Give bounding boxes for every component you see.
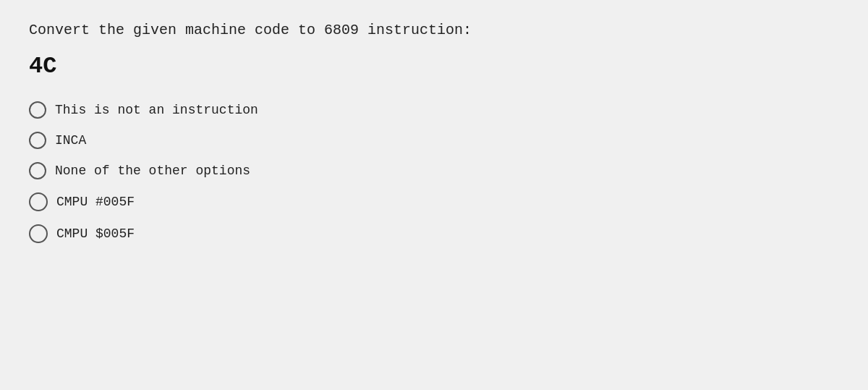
option-3[interactable]: None of the other options xyxy=(29,162,839,179)
option-5[interactable]: CMPU $005F xyxy=(29,224,839,243)
option-1[interactable]: This is not an instruction xyxy=(29,101,839,119)
radio-option-5[interactable] xyxy=(29,224,48,243)
option-2-label: INCA xyxy=(55,133,86,148)
radio-option-4[interactable] xyxy=(29,192,48,211)
option-4-label: CMPU #005F xyxy=(56,195,135,209)
machine-code-value: 4C xyxy=(29,53,839,80)
question-container: Convert the given machine code to 6809 i… xyxy=(29,22,839,243)
option-2[interactable]: INCA xyxy=(29,132,839,149)
option-5-label: CMPU $005F xyxy=(56,226,135,241)
options-list: This is not an instruction INCA None of … xyxy=(29,101,839,243)
option-3-label: None of the other options xyxy=(55,164,250,178)
option-4[interactable]: CMPU #005F xyxy=(29,192,839,211)
radio-option-2[interactable] xyxy=(29,132,46,149)
radio-option-3[interactable] xyxy=(29,162,46,179)
radio-option-1[interactable] xyxy=(29,101,46,119)
option-1-label: This is not an instruction xyxy=(55,103,258,117)
question-title: Convert the given machine code to 6809 i… xyxy=(29,22,839,38)
